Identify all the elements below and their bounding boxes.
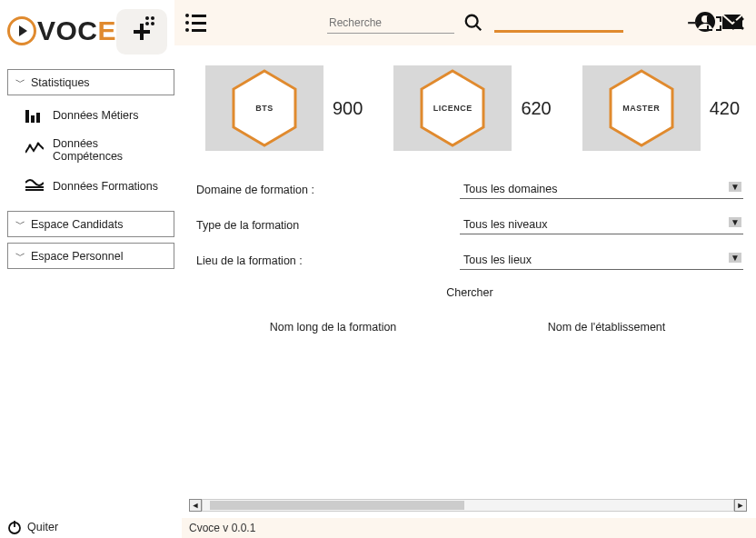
svg-point-0 (466, 15, 478, 27)
logo-badge (116, 9, 167, 55)
card-value: 900 (333, 98, 363, 119)
stat-cards: BTS 900 LICENCE 620 MASTER 420 (196, 55, 743, 173)
sidebar-item-metiers[interactable]: Données Métiers (7, 101, 174, 130)
scroll-right-icon[interactable]: ► (734, 499, 747, 512)
sidebar-section-label: Statistiques (31, 76, 90, 89)
table-col-name: Nom long de la formation (196, 312, 470, 343)
filter-label-domain: Domaine de formation : (196, 184, 460, 196)
power-icon (7, 520, 22, 534)
select-value: Tous les lieux (463, 254, 532, 266)
chevron-down-icon: ﹀ (15, 75, 25, 89)
quit-button[interactable]: Quiter (7, 520, 58, 534)
sidebar-section-label: Espace Candidats (31, 218, 123, 231)
hexagon-icon: MASTER (607, 69, 676, 147)
sidebar-section-personnel[interactable]: ﹀ Espace Personnel (7, 243, 174, 269)
status-bar: Cvoce v 0.0.1 (182, 518, 756, 538)
scroll-left-icon[interactable]: ◄ (189, 499, 202, 512)
table-header: Nom long de la formation Nom de l'établi… (196, 312, 743, 343)
filter-label-type: Type de la formation (196, 219, 460, 232)
search-input[interactable] (327, 13, 454, 34)
logo-letter: V (37, 15, 56, 46)
chercher-button[interactable]: Chercher (196, 286, 743, 299)
logo-letter: E (98, 15, 117, 46)
sidebar-item-label: Données Formations (53, 180, 158, 193)
sidebar-section-label: Espace Personnel (31, 250, 123, 263)
card-value: 620 (521, 98, 551, 119)
sidebar-item-formations[interactable]: Données Formations (7, 170, 174, 202)
sidebar-section-statistiques[interactable]: ﹀ Statistiques (7, 69, 174, 95)
table-col-etab: Nom de l'établissement (470, 312, 743, 343)
select-place[interactable]: Tous les lieux ▼ (460, 251, 743, 270)
bar-chart-icon (25, 108, 44, 123)
hexagon-icon: LICENCE (418, 69, 487, 147)
quit-label: Quiter (27, 521, 58, 533)
filter-label-place: Lieu de la formation : (196, 254, 460, 267)
version-label: Cvoce v 0.0.1 (189, 522, 255, 534)
sidebar-item-label: Données Compétences (53, 137, 167, 163)
chevron-down-icon: ▼ (729, 182, 741, 192)
card-label: BTS (255, 104, 274, 113)
maximize-icon[interactable] (707, 16, 721, 31)
card-label: LICENCE (433, 104, 472, 113)
top-bar: − (174, 0, 756, 45)
chevron-down-icon: ﹀ (15, 249, 25, 263)
card-bts: BTS 900 (205, 65, 363, 151)
sidebar-section-candidats[interactable]: ﹀ Espace Candidats (7, 211, 174, 237)
close-icon[interactable] (731, 16, 745, 31)
card-licence: LICENCE 620 (393, 65, 551, 151)
scroll-track[interactable] (202, 499, 734, 512)
search-icon[interactable] (463, 13, 483, 33)
filters: Domaine de formation : Tous les domaines… (196, 180, 743, 343)
sidebar-item-competences[interactable]: Données Compétences (7, 130, 174, 170)
play-icon (7, 16, 36, 45)
chevron-down-icon: ▼ (729, 253, 741, 263)
svg-line-1 (476, 25, 482, 31)
sidebar-item-label: Données Métiers (53, 109, 139, 122)
select-type[interactable]: Tous les niveaux ▼ (460, 215, 743, 234)
chevron-down-icon: ▼ (729, 217, 741, 227)
app-logo: V OC E (7, 4, 167, 58)
plus-icon (134, 24, 150, 40)
hexagon-icon: BTS (230, 69, 299, 147)
select-value: Tous les domaines (463, 183, 558, 195)
stacked-lines-icon (25, 177, 44, 194)
select-domain[interactable]: Tous les domaines ▼ (460, 180, 743, 199)
card-label: MASTER (622, 104, 660, 113)
svg-point-8 (37, 142, 40, 144)
card-master: MASTER 420 (582, 65, 740, 151)
horizontal-scrollbar[interactable]: ◄ ► (189, 498, 747, 513)
card-value: 420 (710, 98, 740, 119)
svg-point-7 (29, 144, 32, 146)
line-chart-icon (25, 142, 44, 159)
scroll-thumb[interactable] (210, 501, 464, 510)
menu-list-button[interactable] (185, 10, 211, 35)
chevron-down-icon: ﹀ (15, 217, 25, 231)
logo-letter: OC (56, 15, 98, 46)
search-underline (494, 30, 623, 33)
sidebar: ﹀ Statistiques Données Métiers Données C… (7, 69, 174, 274)
minimize-icon[interactable]: − (687, 13, 698, 34)
main-content: BTS 900 LICENCE 620 MASTER 420 Domaine d… (196, 55, 743, 496)
select-value: Tous les niveaux (463, 218, 547, 231)
